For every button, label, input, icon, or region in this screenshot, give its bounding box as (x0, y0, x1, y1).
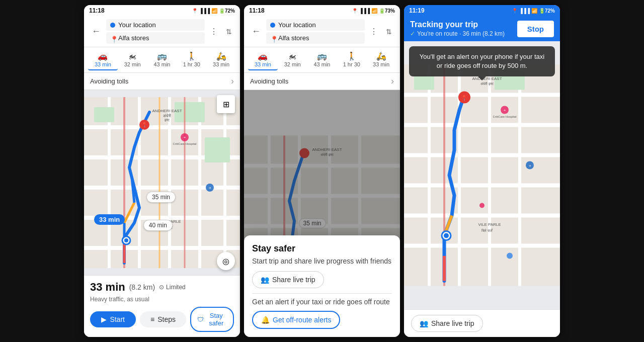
svg-text:ANDHERI EAST: ANDHERI EAST (152, 109, 182, 113)
avoiding-bar-2[interactable]: Avoiding tolls › (244, 73, 400, 90)
swap-button-2[interactable]: ⇅ (383, 26, 395, 38)
svg-text:+: + (184, 135, 186, 140)
mode-bike-2[interactable]: 🏍 32 min (278, 50, 307, 70)
mode-bus-1[interactable]: 🚌 43 min (147, 49, 177, 70)
svg-text:अंधेरी इस्ट: अंधेरी इस्ट (480, 81, 494, 86)
trip-time-1: 33 min (90, 281, 125, 294)
more-button-2[interactable]: ⋮ (368, 26, 380, 38)
origin-dot-1 (110, 23, 115, 28)
svg-rect-1 (84, 97, 240, 268)
location-button-1[interactable]: ◎ (217, 252, 235, 270)
tooltip-arrow-3 (478, 76, 486, 80)
origin-label-1: Your location (118, 21, 201, 29)
mode-bike-1[interactable]: 🏍 32 min (118, 50, 147, 70)
share-btn-label-3: Share live trip (431, 319, 474, 327)
avoiding-bar-1[interactable]: Avoiding tolls › (84, 73, 240, 90)
share-live-trip-button-3[interactable]: 👥 Share live trip (411, 315, 483, 332)
status-time-3: 11:19 (409, 7, 425, 14)
trip-dist-1: (8.2 km) (129, 283, 155, 291)
mode-scooter-1[interactable]: 🛵 33 min (206, 49, 236, 70)
walk-time-2: 1 hr 30 (343, 61, 360, 67)
bus-time-2: 43 min (313, 61, 330, 67)
map-area-1[interactable]: ANDHERI EAST अंधेरी इस्ट VILE PARLE विले… (84, 90, 240, 275)
more-button-1[interactable]: ⋮ (208, 26, 220, 38)
mode-scooter-2[interactable]: 🛵 33 min (366, 49, 396, 70)
map-svg-3: ANDHERI EAST अंधेरी इस्ट VILE PARLE विले… (404, 41, 560, 309)
off-route-alerts-button[interactable]: 🔔 Get off-route alerts (252, 311, 340, 329)
bottom-panel-3: 👥 Share live trip (404, 309, 560, 337)
dest-dot-2: 📍 (270, 36, 275, 41)
walk-icon-2: 🚶 (347, 51, 357, 61)
tracking-info-3: Tracking your trip ✓ You're on route · 3… (410, 20, 505, 37)
status-bar-1: 11:18 📍 ▐▐▐ 📶 🔋72% (84, 5, 240, 16)
tracking-title-3: Tracking your trip (410, 20, 505, 29)
back-button-1[interactable]: ← (89, 25, 103, 39)
car-icon-2: 🚗 (258, 51, 268, 61)
bike-time-2: 32 min (284, 61, 301, 67)
dest-label-2: Alfa stores (278, 34, 361, 42)
mode-bus-2[interactable]: 🚌 43 min (307, 49, 337, 70)
list-icon-1: ≡ (150, 315, 154, 323)
status-icons-2: 📍 ▐▐▐ 📶 🔋73% (352, 8, 395, 14)
battery-icon-1: 🔋72% (219, 8, 235, 14)
time-badge-40-1: 40 min (143, 220, 173, 231)
steps-button-1[interactable]: ≡ Steps (140, 311, 186, 327)
sheet-section: Get an alert if your taxi or ride goes o… (252, 298, 392, 306)
dest-label-1: Alfa stores (118, 34, 201, 42)
safer-button-1[interactable]: 🛡 Stay safer (190, 307, 234, 332)
svg-text:📍: 📍 (141, 122, 148, 128)
battery-icon-2: 🔋73% (379, 8, 395, 14)
chevron-right-icon-1: › (231, 76, 234, 87)
screens-container: 11:18 📍 ▐▐▐ 📶 🔋72% ← Your location 📍 Alf… (0, 0, 644, 342)
map-area-3[interactable]: ANDHERI EAST अंधेरी इस्ट VILE PARLE विले… (404, 41, 560, 309)
mode-car-1[interactable]: 🚗 33 min (88, 49, 118, 70)
dest-input-1[interactable]: 📍 Alfa stores (106, 32, 205, 44)
start-button-1[interactable]: ▶ Start (90, 311, 136, 327)
svg-text:CritiCare Hospital: CritiCare Hospital (173, 142, 196, 145)
scooter-icon-2: 🛵 (376, 51, 386, 61)
stop-button-3[interactable]: Stop (517, 21, 554, 37)
svg-text:अंधेरी: अंधेरी (163, 113, 171, 118)
time-badge-blue-1: 33 min (94, 214, 125, 225)
swap-button-1[interactable]: ⇅ (223, 26, 235, 38)
navigation-icon-1: ▶ (101, 315, 107, 323)
origin-dot-2 (270, 23, 275, 28)
status-icons-1: 📍 ▐▐▐ 📶 🔋72% (192, 8, 235, 14)
transport-modes-2: 🚗 33 min 🏍 32 min 🚌 43 min 🚶 1 hr 30 🛵 3… (244, 47, 400, 73)
dest-input-2[interactable]: 📍 Alfa stores (266, 32, 365, 44)
car-time-2: 33 min (255, 61, 271, 67)
dest-dot-1: 📍 (110, 36, 115, 41)
map-svg-1: ANDHERI EAST अंधेरी इस्ट VILE PARLE विले… (84, 90, 240, 275)
share-live-trip-button[interactable]: 👥 Share live trip (252, 271, 324, 288)
start-label-1: Start (110, 315, 125, 323)
origin-label-2: Your location (278, 21, 361, 29)
mode-walk-1[interactable]: 🚶 1 hr 30 (177, 49, 206, 70)
origin-input-1[interactable]: Your location (106, 19, 205, 31)
trip-sub-1: Heavy traffic, as usual (90, 296, 234, 303)
alert-tooltip-3: You'll get an alert on your phone if you… (409, 46, 555, 76)
back-button-2[interactable]: ← (249, 25, 263, 39)
wifi-icon-2: 📶 (371, 8, 377, 14)
bike-icon-1: 🏍 (128, 52, 136, 61)
mode-walk-2[interactable]: 🚶 1 hr 30 (337, 49, 366, 70)
layers-button-1[interactable]: ⊞ (217, 95, 235, 113)
check-circle-icon-3: ✓ (410, 30, 415, 37)
svg-text:इस्ट: इस्ट (164, 118, 170, 122)
mode-car-2[interactable]: 🚗 33 min (248, 49, 278, 70)
limited-badge-1: ⊙ Limited (159, 284, 186, 291)
safer-label-1: Stay safer (206, 312, 227, 327)
location-icon-2: 📍 (352, 8, 358, 14)
limited-label-1: Limited (166, 284, 186, 291)
status-time-2: 11:18 (249, 7, 265, 14)
route-inputs-1: Your location 📍 Alfa stores (106, 19, 205, 44)
origin-input-2[interactable]: Your location (266, 19, 365, 31)
screen3: 11:19 📍 ▐▐▐ 📶 🔋72% Tracking your trip ✓ … (404, 5, 560, 337)
screen2: 11:18 📍 ▐▐▐ 📶 🔋73% ← Your location 📍 Alf… (244, 5, 400, 337)
sheet-divider (252, 293, 392, 294)
transport-modes-1: 🚗 33 min 🏍 32 min 🚌 43 min 🚶 1 hr 30 🛵 3… (84, 47, 240, 73)
svg-text:ANDHERI EAST: ANDHERI EAST (472, 76, 502, 81)
people-icon-sheet: 👥 (261, 276, 269, 284)
layers-icon-1: ⊞ (223, 100, 229, 109)
wifi-icon-3: 📶 (531, 8, 537, 14)
scooter-time-2: 33 min (373, 61, 389, 67)
